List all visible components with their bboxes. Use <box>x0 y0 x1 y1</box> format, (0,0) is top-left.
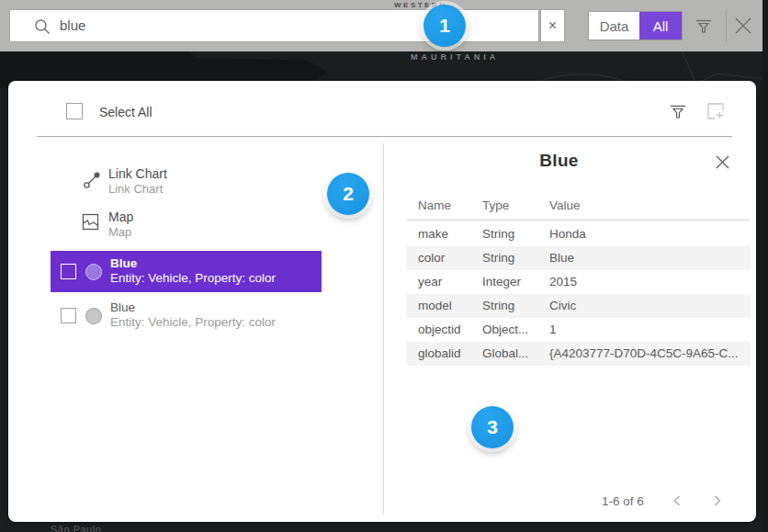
table-row: make String Honda <box>406 222 751 246</box>
entity-circle-icon <box>85 308 102 324</box>
entity-circle-icon <box>85 264 102 280</box>
cell-type: Integer <box>482 270 521 294</box>
link-chart-icon <box>83 171 101 189</box>
panel-vertical-divider <box>383 143 384 515</box>
result-link-chart-subtitle: Link Chart <box>108 182 163 196</box>
column-header-value: Value <box>549 198 581 212</box>
panel-filter-icon[interactable] <box>669 102 687 120</box>
cell-name: year <box>418 270 442 294</box>
map-icon <box>82 213 99 231</box>
search-toolbar: blue × Data All <box>0 0 762 51</box>
column-header-name: Name <box>418 198 451 212</box>
cell-name: color <box>418 246 445 270</box>
cell-type: Object... <box>482 318 528 342</box>
result-subtitle: Entity: Vehicle, Property: color <box>110 271 276 285</box>
search-icon <box>34 18 51 35</box>
filter-icon[interactable] <box>695 17 713 35</box>
cell-value: Blue <box>549 246 574 270</box>
result-checkbox[interactable] <box>61 264 76 279</box>
add-to-selection-icon[interactable] <box>706 102 725 120</box>
detail-close-icon[interactable] <box>715 154 730 170</box>
table-header-divider <box>407 220 751 221</box>
cell-name: make <box>418 222 448 246</box>
cell-name: model <box>418 294 452 318</box>
window-right-edge <box>762 0 768 532</box>
map-label-bottom-city: São Paulo <box>51 524 101 532</box>
search-query-text: blue <box>60 10 85 41</box>
result-map-title[interactable]: Map <box>108 209 133 224</box>
result-title: Blue <box>110 256 137 270</box>
cell-value: Honda <box>549 222 586 246</box>
cell-value: 2015 <box>549 270 577 294</box>
result-subtitle: Entity: Vehicle, Property: color <box>110 315 276 329</box>
select-all-checkbox[interactable] <box>66 103 83 119</box>
result-title: Blue <box>110 300 135 314</box>
table-row: color String Blue <box>406 246 751 270</box>
annotation-badge-2: 2 <box>327 173 369 215</box>
app-window: MAURITANIA São Paulo blue × Data All WES… <box>0 0 768 532</box>
select-all-label: Select All <box>99 105 152 119</box>
search-mode-toggle: Data All <box>588 11 683 40</box>
detail-title: Blue <box>383 151 735 171</box>
pagination-prev-icon[interactable] <box>672 494 683 507</box>
result-link-chart-title[interactable]: Link Chart <box>108 166 167 181</box>
result-blue-row[interactable]: Blue Entity: Vehicle, Property: color <box>51 296 322 337</box>
column-header-type: Type <box>482 198 509 212</box>
result-blue-selected-row[interactable]: Blue Entity: Vehicle, Property: color <box>51 251 322 292</box>
cell-value: {A4203777-D70D-4C5C-9A65-C... <box>549 342 739 366</box>
cell-type: String <box>482 222 514 246</box>
table-row: globalid Global... {A4203777-D70D-4C5C-9… <box>406 342 751 366</box>
mode-option-all[interactable]: All <box>639 12 682 40</box>
annotation-badge-3: 3 <box>471 406 514 448</box>
cell-type: Global... <box>482 342 528 366</box>
mode-option-data[interactable]: Data <box>589 12 639 40</box>
search-results-panel: Select All Link Chart Link Chart Map Map… <box>8 81 756 522</box>
close-icon[interactable] <box>732 15 754 37</box>
table-row: year Integer 2015 <box>406 270 751 294</box>
annotation-badge-1: 1 <box>424 5 466 47</box>
map-label-mauritania: MAURITANIA <box>411 52 499 62</box>
cell-value: 1 <box>549 318 557 342</box>
cell-type: String <box>482 294 514 318</box>
pagination-range: 1-6 of 6 <box>602 494 644 508</box>
result-checkbox[interactable] <box>61 308 76 323</box>
table-row: objectid Object... 1 <box>406 318 751 342</box>
cell-type: String <box>482 246 514 270</box>
table-row: model String Civic <box>406 294 751 318</box>
panel-header-divider <box>37 136 732 137</box>
toolbar-divider <box>726 10 727 41</box>
cell-value: Civic <box>549 294 576 318</box>
pagination-next-icon[interactable] <box>712 494 723 507</box>
cell-name: globalid <box>418 342 461 366</box>
result-map-subtitle: Map <box>108 225 131 239</box>
search-clear-button[interactable]: × <box>540 9 565 42</box>
cell-name: objectid <box>418 318 461 342</box>
